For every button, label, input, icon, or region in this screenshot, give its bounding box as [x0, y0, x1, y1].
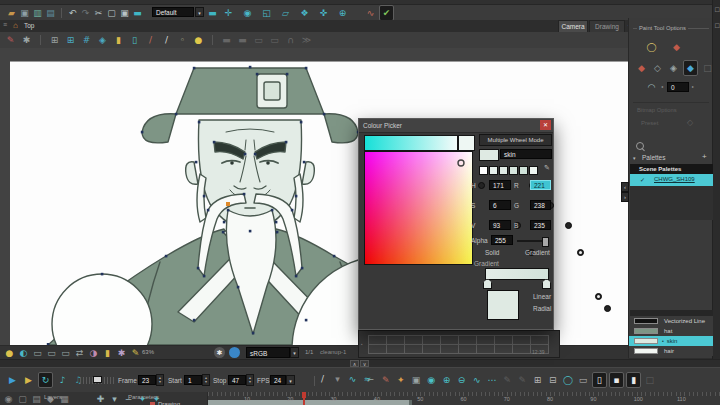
stop-spinner[interactable]: ▴▾ — [246, 374, 254, 386]
close-gap-icon[interactable]: ◠ — [645, 80, 658, 94]
camera-mask-icon[interactable]: ◈ — [96, 33, 109, 47]
start-spinner[interactable]: ▴▾ — [202, 374, 210, 386]
light-table-icon[interactable]: ● — [3, 346, 16, 360]
safe-area-icon[interactable]: # — [80, 33, 93, 47]
deselect-icon[interactable]: ▬ — [131, 6, 144, 20]
swatch-cell[interactable] — [529, 166, 538, 175]
swatch-cell[interactable] — [519, 166, 528, 175]
pencil-lines-icon[interactable]: / — [160, 33, 173, 47]
spline-offset-icon[interactable]: ⊕ — [336, 6, 349, 20]
show-outlines-icon[interactable]: ▮ — [626, 372, 641, 388]
add-layer-dropdown-icon[interactable]: ▾ — [108, 392, 121, 405]
splitter-down-button[interactable]: ∨ — [360, 360, 369, 367]
paste-icon[interactable]: ▣ — [118, 6, 131, 20]
marquee-mode-icon[interactable]: □ — [701, 61, 714, 75]
substitution-cell[interactable] — [368, 344, 387, 354]
color-space-dropdown[interactable]: sRGB — [246, 347, 290, 358]
paint-mode-icon[interactable]: ◆ — [635, 61, 648, 75]
unpaint-mode-icon[interactable]: ◈ — [667, 61, 680, 75]
flip-icon[interactable]: ⇄ — [73, 346, 86, 360]
dock-icon[interactable]: ▫ — [711, 2, 720, 16]
save-icon[interactable]: ▣ — [18, 6, 31, 20]
unlock-icon[interactable]: ▯ — [128, 33, 141, 47]
palette-preview-icon[interactable]: ✱ — [115, 346, 128, 360]
alpha-slider-handle[interactable] — [542, 237, 549, 247]
paint-tool-active-icon[interactable]: ✔ — [379, 5, 394, 21]
close-gap-field[interactable]: 0 — [667, 82, 689, 92]
h-field[interactable]: 171 — [489, 180, 511, 190]
close-gap-right-arrow[interactable]: ▸ — [692, 84, 694, 89]
edit-swatch-pencil-icon[interactable]: ✎ — [544, 164, 550, 172]
colour-row-skin-selected[interactable]: • skin — [629, 336, 713, 346]
curve-editor-icon[interactable]: ∿ — [364, 6, 377, 20]
colour-row-vectorized-line[interactable]: Vectorized Line — [629, 316, 713, 326]
palette-list-area[interactable] — [630, 186, 713, 220]
multiple-wheel-mode-button[interactable]: Multiple Wheel Mode — [479, 134, 552, 146]
contour-editor-icon[interactable]: ∿ — [470, 373, 483, 387]
substitution-cell[interactable] — [440, 344, 459, 354]
add-drawing-icon[interactable]: ⊕ — [440, 373, 453, 387]
substitution-cell[interactable] — [512, 344, 531, 354]
dialog-titlebar[interactable]: Colour Picker ✕ — [359, 119, 553, 133]
render-play-icon[interactable]: ▶ — [22, 373, 35, 387]
grid-icon[interactable]: ⊞ — [48, 33, 61, 47]
rotate-icon[interactable]: ◉ — [241, 6, 254, 20]
swatch-cell[interactable] — [489, 166, 498, 175]
panel-collapse-right-button[interactable]: › — [621, 192, 629, 202]
lock-icon[interactable]: ▮ — [112, 33, 125, 47]
substitution-cell[interactable] — [458, 344, 477, 354]
r-field[interactable]: 221 — [530, 180, 551, 190]
b-field[interactable]: 235 — [530, 220, 551, 230]
onion-range-start-icon[interactable]: ▭ — [252, 33, 265, 47]
frame-spinner[interactable]: ▴▾ — [156, 374, 164, 386]
camera-snapshot-icon[interactable]: ▣ — [410, 373, 423, 387]
redo-icon[interactable]: ↷ — [79, 6, 92, 20]
line-tool-dropdown-icon[interactable]: ▾ — [331, 372, 344, 386]
volume-slider-handle[interactable] — [93, 376, 102, 383]
color-space-globe-icon[interactable] — [229, 347, 240, 358]
lasso-icon[interactable]: ◯ — [645, 40, 658, 54]
polyline-tool-icon[interactable]: ∿ — [346, 372, 359, 386]
loop-icon[interactable]: ↻ — [38, 372, 53, 388]
maintain-size-icon[interactable]: ❖ — [298, 6, 311, 20]
remove-keyframe-icon[interactable]: ⊟ — [546, 373, 559, 387]
add-layer-icon[interactable]: ✚ — [94, 392, 107, 405]
gradient-stop-left[interactable] — [483, 279, 492, 289]
reposition-pivot-icon[interactable]: ✜ — [317, 6, 330, 20]
home-icon[interactable]: ⌂ — [13, 21, 18, 30]
marker-icon[interactable]: ▢ — [16, 392, 29, 405]
h-radio[interactable] — [478, 182, 485, 189]
onion-range-end-icon[interactable]: ▭ — [268, 33, 281, 47]
pencil-editor-icon[interactable]: ✎ — [379, 373, 392, 387]
dim-box-icon[interactable]: □ — [643, 373, 656, 387]
swatch-strip[interactable] — [479, 166, 538, 175]
stop-field[interactable]: 47 — [228, 375, 246, 385]
frame-view-icon[interactable]: ▭ — [577, 373, 590, 387]
light-table-icon[interactable]: ● — [192, 33, 205, 47]
linear-radio[interactable] — [595, 293, 602, 300]
palette-row-selected[interactable]: ✓ CHWG_SH109 — [630, 174, 713, 186]
list-icon[interactable]: ▤ — [30, 392, 43, 405]
colour-row-hat[interactable]: hat — [629, 326, 713, 336]
timeline-ruler[interactable]: 102030405060708090100110 — [207, 392, 720, 405]
layer-exposure-bar[interactable] — [208, 400, 412, 405]
substitution-cell[interactable] — [422, 344, 441, 354]
import-images-icon[interactable]: ▥ — [31, 6, 44, 20]
settings-gear-icon[interactable]: ✱ — [20, 33, 33, 47]
play-icon[interactable]: ▶ — [6, 373, 19, 387]
draw-behind-icon[interactable]: ✎ — [129, 346, 142, 360]
open-icon[interactable]: ▰ — [5, 6, 18, 20]
timeline-playhead[interactable] — [302, 392, 306, 398]
substitution-cell[interactable] — [404, 344, 423, 354]
paint-bucket-icon[interactable]: ◆ — [670, 40, 683, 54]
substitution-cell[interactable] — [494, 344, 513, 354]
translate-icon[interactable]: ✛ — [222, 6, 235, 20]
v-field[interactable]: 93 — [489, 220, 511, 230]
palettes-collapse-arrow[interactable]: ▾ — [633, 155, 636, 161]
g-field[interactable]: 238 — [530, 200, 551, 210]
frame-field[interactable]: 23 — [138, 375, 156, 385]
matte-view-icon[interactable]: ◑ — [87, 346, 100, 360]
line-tool-icon[interactable]: / — [316, 372, 329, 386]
current-frame-icon[interactable]: ▭ — [45, 346, 58, 360]
fast-forward-icon[interactable]: ≫ — [300, 33, 313, 47]
